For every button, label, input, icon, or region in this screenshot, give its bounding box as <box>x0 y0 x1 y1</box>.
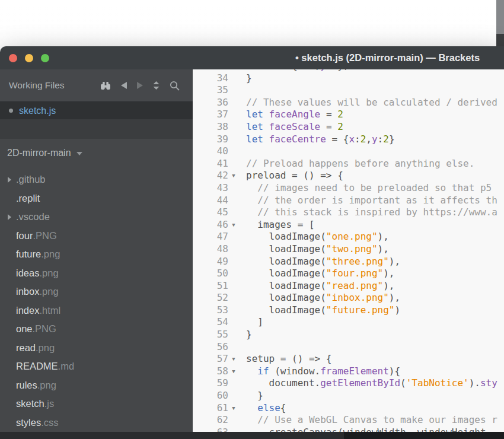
code-line-52[interactable]: 52 loadImage("inbox.png"), <box>193 292 504 304</box>
fold-arrow-icon[interactable]: ▼ <box>228 353 239 365</box>
zoom-button[interactable] <box>41 54 49 62</box>
code-line-49[interactable]: 49 loadImage("three.png"), <box>193 256 504 268</box>
code-line-35[interactable]: 35 <box>193 84 504 97</box>
dirty-dot-icon[interactable] <box>9 109 13 113</box>
code-line-61[interactable]: 61▼ else{ <box>193 402 504 415</box>
fold-arrow-icon[interactable]: ▼ <box>228 170 239 182</box>
tree-file-read.png[interactable]: read.png <box>0 339 193 358</box>
traffic-lights <box>9 54 49 62</box>
code-line-55[interactable]: 55} <box>193 329 504 341</box>
desktop: • sketch.js (2D-mirror-main) — Brackets … <box>0 0 504 439</box>
file-extension: .png <box>36 342 55 354</box>
tree-file-styles.css[interactable]: styles.css <box>0 413 193 432</box>
bottom-screen-bar <box>0 432 504 439</box>
line-number: 45 <box>193 206 228 219</box>
code-line-50[interactable]: 50 loadImage("four.png"), <box>193 268 504 280</box>
code-line-58[interactable]: 58▼ if (window.frameElement){ <box>193 365 504 378</box>
code-line-34[interactable]: 34} <box>193 72 504 85</box>
file-tree: .github.replit.vscodefour.PNGfuture.pngi… <box>0 170 193 432</box>
working-file-label: sketch.js <box>19 106 56 116</box>
tree-file-ideas.png[interactable]: ideas.png <box>0 264 193 283</box>
fold-gutter <box>228 195 239 207</box>
code-text: loadImage("one.png"), <box>239 231 389 243</box>
navigate-back-icon[interactable] <box>121 82 127 89</box>
file-name: .replit <box>16 193 40 204</box>
file-name: styles <box>16 417 41 428</box>
project-name: 2D-mirror-main <box>7 148 71 158</box>
code-line-47[interactable]: 47 loadImage("one.png"), <box>193 231 504 243</box>
close-button[interactable] <box>9 54 17 62</box>
fold-gutter <box>228 316 239 329</box>
working-file-sketch.js[interactable]: sketch.js <box>0 101 193 119</box>
line-number: 36 <box>193 97 228 109</box>
minimize-button[interactable] <box>25 54 33 62</box>
working-set-empty-area <box>0 119 193 139</box>
fold-arrow-icon[interactable]: ▼ <box>228 365 239 378</box>
tree-folder-.github[interactable]: .github <box>0 170 193 189</box>
fold-gutter <box>228 109 239 121</box>
code-line-62[interactable]: 62 // Use a WebGL Canvas to make our ima… <box>193 414 504 427</box>
project-dropdown[interactable]: 2D-mirror-main <box>0 145 193 161</box>
chevron-right-icon[interactable] <box>8 214 11 220</box>
split-view-icon[interactable] <box>153 81 160 90</box>
code-line-51[interactable]: 51 loadImage("read.png"), <box>193 280 504 292</box>
code-line-60[interactable]: 60 } <box>193 390 504 402</box>
code-text: let faceCentre = {x:2,y:2} <box>239 133 395 146</box>
tree-file-index.html[interactable]: index.html <box>0 301 193 320</box>
fold-arrow-icon[interactable]: ▼ <box>228 402 239 415</box>
chevron-right-icon[interactable] <box>8 177 11 183</box>
code-editor[interactable]: {x:2,y:2},34}3536// These values will be… <box>193 69 504 432</box>
tree-file-four.PNG[interactable]: four.PNG <box>0 227 193 246</box>
code-line-53[interactable]: 53 loadImage("future.png") <box>193 304 504 317</box>
fold-gutter <box>228 427 239 432</box>
tree-file-future.png[interactable]: future.png <box>0 245 193 264</box>
code-line-45[interactable]: 45 // this stack is inspired by https://… <box>193 206 504 219</box>
code-text <box>239 145 246 158</box>
code-line-59[interactable]: 59 document.getElementById('TabNotice').… <box>193 377 504 390</box>
code-text: // images need to be preloaded so that p… <box>239 182 492 195</box>
file-extension: .png <box>41 249 60 260</box>
fold-gutter <box>228 304 239 317</box>
code-line-36[interactable]: 36// These values will be calculated / d… <box>193 97 504 109</box>
background-window-edge <box>496 0 504 46</box>
tree-file-one.PNG[interactable]: one.PNG <box>0 320 193 339</box>
tree-file-sketch.js[interactable]: sketch.js <box>0 395 193 413</box>
line-number: 43 <box>193 182 228 195</box>
code-line-37[interactable]: 37let faceAngle = 2 <box>193 109 504 121</box>
tree-file-README.md[interactable]: README.md <box>0 357 193 376</box>
fold-gutter <box>228 280 239 292</box>
tree-file-rules.png[interactable]: rules.png <box>0 376 193 395</box>
search-icon[interactable] <box>170 81 180 91</box>
code-text: loadImage("four.png"), <box>239 268 394 280</box>
sidebar: Working Files <box>0 69 193 432</box>
code-line-39[interactable]: 39let faceCentre = {x:2,y:2} <box>193 133 504 146</box>
line-number: 53 <box>193 304 228 317</box>
code-line-63[interactable]: 63 createCanvas(windowWidth, windowHeigh… <box>193 427 504 432</box>
fold-arrow-icon[interactable]: ▼ <box>228 219 239 231</box>
tree-folder-.vscode[interactable]: .vscode <box>0 208 193 227</box>
code-line-43[interactable]: 43 // images need to be preloaded so tha… <box>193 182 504 195</box>
line-number: 38 <box>193 121 228 133</box>
title-bar[interactable]: • sketch.js (2D-mirror-main) — Brackets <box>0 46 504 69</box>
code-line-48[interactable]: 48 loadImage("two.png"), <box>193 243 504 256</box>
code-line-38[interactable]: 38let faceScale = 2 <box>193 121 504 133</box>
code-line-40[interactable]: 40 <box>193 145 504 158</box>
find-in-files-binoculars-icon[interactable] <box>100 81 111 90</box>
code-line-42[interactable]: 42▼preload = () => { <box>193 170 504 182</box>
navigate-forward-icon[interactable] <box>137 82 143 89</box>
tree-file-inbox.png[interactable]: inbox.png <box>0 282 193 301</box>
line-number: 55 <box>193 329 228 341</box>
code-line-41[interactable]: 41// Preload happens before anything els… <box>193 158 504 170</box>
code-line-54[interactable]: 54 ] <box>193 316 504 329</box>
code-line-56[interactable]: 56 <box>193 341 504 354</box>
file-name: index <box>16 305 39 316</box>
code-line-57[interactable]: 57▼setup = () => { <box>193 353 504 365</box>
line-number: 44 <box>193 195 228 207</box>
file-extension: .css <box>41 417 58 428</box>
line-number: 50 <box>193 268 228 280</box>
code-text: {x:2,y:2}, <box>239 69 349 72</box>
line-number: 39 <box>193 133 228 146</box>
tree-file-.replit[interactable]: .replit <box>0 189 193 208</box>
code-line-46[interactable]: 46▼ images = [ <box>193 219 504 231</box>
code-line-44[interactable]: 44 // the order is important as it affec… <box>193 195 504 207</box>
